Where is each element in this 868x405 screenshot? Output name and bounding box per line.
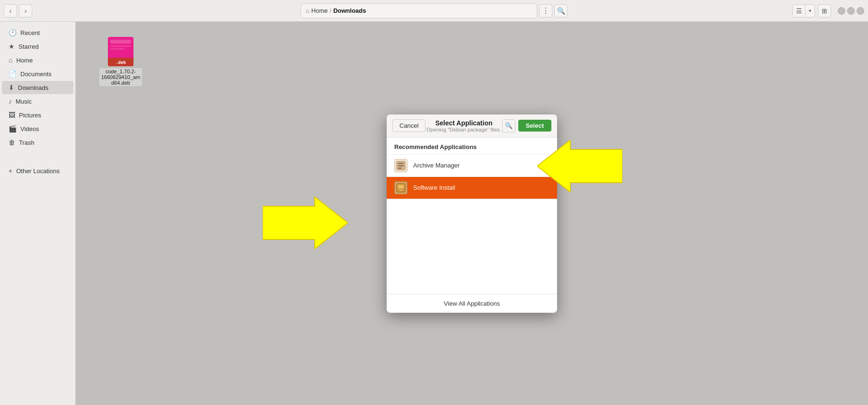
dialog-title: Select Application	[425, 119, 502, 127]
sidebar-item-videos[interactable]: 🎬 Videos	[2, 122, 73, 135]
left-annotation-arrow	[263, 197, 348, 251]
svg-rect-11	[398, 167, 402, 169]
right-annotation-arrow	[537, 140, 622, 194]
back-button[interactable]: ‹	[4, 4, 17, 18]
music-icon: ♪	[9, 97, 12, 105]
sidebar-item-music[interactable]: ♪ Music	[2, 95, 73, 108]
titlebar: ‹ › ⌂ Home / Downloads ⋮ 🔍 ☰ ▾ ⊞	[0, 0, 868, 22]
breadcrumb-current: Downloads	[333, 7, 366, 14]
sidebar: 🕐 Recent ★ Starred ⌂ Home 📄 Documents ⬇ …	[0, 22, 76, 405]
archive-manager-icon	[394, 159, 407, 172]
svg-rect-15	[399, 190, 403, 191]
archive-manager-label: Archive Manager	[413, 162, 460, 169]
starred-icon: ★	[9, 43, 15, 50]
view-grid-button[interactable]: ⊞	[818, 4, 831, 18]
dialog-spacer	[387, 199, 557, 294]
app-item-archive-manager[interactable]: Archive Manager	[387, 155, 557, 177]
titlebar-right: ☰ ▾ ⊞	[792, 4, 864, 18]
dialog-header: Cancel Select Application Opening "Debia…	[387, 114, 557, 138]
main-layout: 🕐 Recent ★ Starred ⌂ Home 📄 Documents ⬇ …	[0, 22, 868, 405]
search-button[interactable]: 🔍	[554, 4, 567, 18]
sidebar-label-music: Music	[16, 98, 32, 105]
view-list-button[interactable]: ☰	[792, 4, 806, 18]
downloads-icon: ⬇	[9, 84, 14, 91]
svg-marker-7	[537, 140, 622, 192]
view-all-applications-button[interactable]: View All Applications	[387, 294, 557, 313]
left-arrow-svg	[263, 197, 348, 249]
svg-rect-14	[399, 185, 403, 188]
software-install-icon	[394, 181, 407, 194]
other-locations-icon: +	[9, 167, 12, 175]
maximize-button[interactable]	[847, 7, 855, 15]
right-arrow-svg	[537, 140, 622, 192]
breadcrumb-home[interactable]: Home	[311, 7, 328, 14]
dialog-overlay: Cancel Select Application Opening "Debia…	[76, 22, 868, 405]
breadcrumb-separator: /	[330, 7, 332, 14]
app-item-software-install[interactable]: Software Install	[387, 177, 557, 199]
sidebar-item-other-locations[interactable]: + Other Locations	[2, 164, 73, 177]
close-button[interactable]	[857, 7, 864, 15]
dialog-search-button[interactable]: 🔍	[502, 119, 515, 132]
dialog-header-right: 🔍 Select	[502, 119, 551, 132]
dialog-subtitle: Opening "Debian package" files.	[425, 127, 502, 132]
dialog-title-area: Select Application Opening "Debian packa…	[425, 119, 502, 132]
sidebar-item-downloads[interactable]: ⬇ Downloads	[2, 81, 73, 94]
sidebar-item-starred[interactable]: ★ Starred	[2, 40, 73, 53]
sidebar-label-trash: Trash	[19, 139, 35, 146]
documents-icon: 📄	[9, 70, 17, 78]
minimize-button[interactable]	[838, 7, 845, 15]
sidebar-label-home: Home	[16, 57, 33, 64]
sidebar-label-pictures: Pictures	[19, 112, 41, 119]
dialog-cancel-button[interactable]: Cancel	[392, 119, 425, 132]
view-list-arrow-button[interactable]: ▾	[806, 4, 815, 18]
videos-icon: 🎬	[9, 125, 17, 132]
sidebar-item-pictures[interactable]: 🖼 Pictures	[2, 108, 73, 122]
breadcrumb-bar: ⌂ Home / Downloads	[301, 3, 537, 18]
sidebar-label-other-locations: Other Locations	[16, 167, 60, 175]
software-install-label: Software Install	[413, 184, 455, 191]
more-options-button[interactable]: ⋮	[539, 4, 552, 18]
dialog-body: Recommended Applications	[387, 138, 557, 294]
sidebar-label-videos: Videos	[20, 125, 39, 132]
titlebar-left: ‹ ›	[4, 4, 32, 18]
view-toggle: ☰ ▾	[792, 4, 815, 18]
titlebar-center: ⌂ Home / Downloads ⋮ 🔍	[301, 3, 567, 18]
sidebar-label-starred: Starred	[18, 43, 39, 50]
content-area: .deb code_1.70.2-1660629410_amd64.deb Ca…	[76, 22, 868, 405]
svg-marker-6	[263, 197, 348, 249]
sidebar-label-recent: Recent	[20, 29, 40, 36]
dialog-footer: View All Applications	[387, 294, 557, 313]
sidebar-label-downloads: Downloads	[18, 84, 48, 91]
select-application-dialog: Cancel Select Application Opening "Debia…	[387, 114, 557, 313]
trash-icon: 🗑	[9, 139, 15, 146]
app-list: Archive Manager	[387, 154, 557, 199]
sidebar-item-home[interactable]: ⌂ Home	[2, 53, 73, 67]
sidebar-item-trash[interactable]: 🗑 Trash	[2, 136, 73, 149]
recent-icon: 🕐	[9, 29, 17, 36]
svg-rect-9	[398, 163, 404, 164]
home-sidebar-icon: ⌂	[9, 56, 12, 64]
recommended-section-title: Recommended Applications	[387, 138, 557, 154]
sidebar-label-documents: Documents	[20, 70, 52, 78]
sidebar-item-recent[interactable]: 🕐 Recent	[2, 26, 73, 39]
home-icon: ⌂	[306, 7, 310, 14]
svg-rect-10	[398, 165, 404, 167]
forward-button[interactable]: ›	[19, 4, 32, 18]
sidebar-item-documents[interactable]: 📄 Documents	[2, 67, 73, 80]
wm-buttons	[838, 7, 864, 15]
dialog-select-button[interactable]: Select	[518, 120, 551, 132]
pictures-icon: 🖼	[9, 111, 15, 119]
